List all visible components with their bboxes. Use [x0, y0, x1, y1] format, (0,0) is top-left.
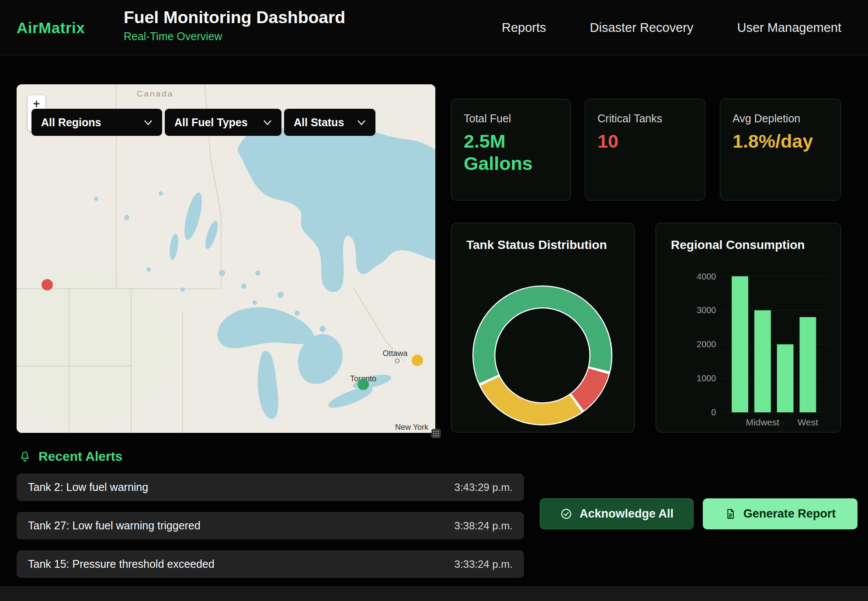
svg-text:1000: 1000 — [697, 373, 716, 383]
brand-logo: AirMatrix — [17, 0, 85, 55]
fuel-type-filter-dropdown[interactable]: All Fuel Types — [165, 109, 281, 136]
nav-user-management[interactable]: User Management — [737, 21, 841, 35]
svg-text:2000: 2000 — [697, 339, 716, 349]
chevron-down-icon — [357, 120, 366, 125]
alert-message: Tank 27: Low fuel warning triggered — [28, 519, 201, 532]
map-container: Canada Ottawa Toronto New York + − All R… — [17, 84, 435, 433]
alert-message: Tank 15: Pressure threshold exceeded — [28, 558, 215, 570]
map-graphic: Canada Ottawa Toronto New York — [17, 84, 435, 433]
page-title-block: Fuel Monitoring Dashboard Real-Time Over… — [124, 8, 345, 43]
stat-label: Avg Depletion — [733, 112, 828, 125]
stat-value-critical-tanks: 10 — [597, 130, 693, 152]
regional-consumption-bar-chart: 01000200030004000MidwestWest — [656, 223, 840, 432]
status-filter-dropdown[interactable]: All Status — [284, 109, 375, 136]
svg-text:Midwest: Midwest — [746, 417, 780, 427]
chevron-down-icon — [144, 120, 153, 125]
alerts-title: Recent Alerts — [38, 449, 122, 464]
stat-value-avg-depletion: 1.8%/day — [733, 130, 798, 152]
tank-marker-normal[interactable] — [358, 379, 369, 390]
tank-status-distribution-card: Tank Status Distribution — [451, 223, 635, 432]
stat-card-avg-depletion: Avg Depletion 1.8%/day — [720, 99, 841, 200]
tank-marker-warning[interactable] — [412, 355, 423, 366]
alert-timestamp: 3:38:24 p.m. — [455, 520, 513, 532]
stat-label: Total Fuel — [464, 112, 558, 125]
stat-card-total-fuel: Total Fuel 2.5M Gallons — [451, 99, 571, 200]
regional-consumption-card: Regional Consumption 01000200030004000Mi… — [656, 223, 841, 432]
alert-row: Tank 27: Low fuel warning triggered 3:38… — [17, 512, 524, 539]
svg-text:West: West — [798, 417, 818, 427]
nav-disaster-recovery[interactable]: Disaster Recovery — [590, 21, 694, 35]
map-label-canada: Canada — [137, 89, 174, 98]
stat-card-critical-tanks: Critical Tanks 10 — [585, 99, 705, 200]
nav-reports[interactable]: Reports — [502, 21, 546, 35]
svg-text:0: 0 — [711, 408, 716, 417]
alert-timestamp: 3:33:24 p.m. — [455, 558, 513, 570]
tank-status-donut-chart — [451, 223, 634, 432]
tank-marker-critical[interactable] — [42, 279, 53, 290]
stat-label: Critical Tanks — [597, 112, 693, 125]
acknowledge-all-label: Acknowledge All — [580, 507, 674, 521]
chevron-down-icon — [263, 120, 272, 125]
acknowledge-all-button[interactable]: Acknowledge All — [540, 498, 694, 529]
generate-report-button[interactable]: Generate Report — [703, 498, 858, 529]
alert-message: Tank 2: Low fuel warning — [28, 481, 148, 494]
app-header: AirMatrix Fuel Monitoring Dashboard Real… — [0, 0, 868, 55]
alert-row: Tank 15: Pressure threshold exceeded 3:3… — [17, 550, 524, 578]
page-title: Fuel Monitoring Dashboard — [124, 8, 345, 27]
recent-alerts-header: Recent Alerts — [18, 449, 122, 464]
check-circle-icon — [560, 508, 573, 520]
region-filter-dropdown[interactable]: All Regions — [31, 109, 162, 136]
status-filter-label: All Status — [294, 116, 344, 129]
tank-status-chart-title: Tank Status Distribution — [466, 238, 607, 252]
generate-report-label: Generate Report — [743, 507, 836, 521]
fuel-type-filter-label: All Fuel Types — [174, 116, 248, 129]
page-subtitle: Real-Time Overview — [124, 30, 345, 43]
map-town-dot — [396, 359, 399, 363]
document-icon — [725, 508, 736, 520]
map-label-ottawa: Ottawa — [382, 349, 408, 358]
map-filters: All Regions All Fuel Types All Status — [31, 109, 375, 136]
alert-timestamp: 3:43:29 p.m. — [455, 481, 513, 494]
region-filter-label: All Regions — [41, 116, 101, 129]
fuel-monitoring-dashboard: AirMatrix Fuel Monitoring Dashboard Real… — [0, 0, 868, 601]
grip-dots-icon — [433, 431, 439, 436]
map-label-new-york: New York — [395, 423, 429, 432]
map-canvas[interactable]: Canada Ottawa Toronto New York + − All R… — [17, 84, 435, 433]
map-resize-grip[interactable] — [431, 429, 441, 438]
svg-text:4000: 4000 — [697, 272, 716, 281]
main-nav: Reports Disaster Recovery User Managemen… — [502, 0, 841, 55]
bell-icon — [18, 450, 31, 463]
footer-bar — [0, 586, 868, 601]
regional-consumption-chart-title: Regional Consumption — [671, 238, 805, 252]
svg-text:3000: 3000 — [697, 305, 716, 315]
alert-row: Tank 2: Low fuel warning 3:43:29 p.m. — [17, 473, 524, 501]
stat-value-total-fuel: 2.5M Gallons — [464, 130, 558, 174]
